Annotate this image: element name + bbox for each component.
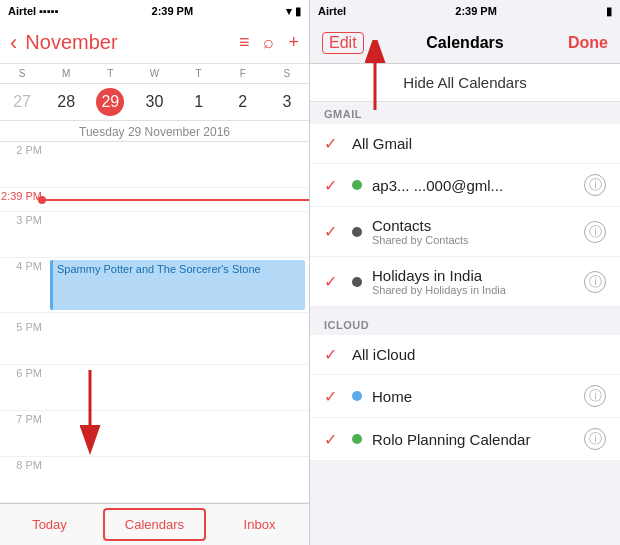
right-panel: Airtel 2:39 PM ▮ Edit Calendars Done Hid… — [310, 0, 620, 545]
left-time: 2:39 PM — [152, 5, 194, 17]
signal-icon: ▪▪▪▪▪ — [39, 5, 59, 17]
calendar-name-holidays: Holidays in India — [372, 267, 574, 284]
tab-inbox-label: Inbox — [244, 517, 276, 532]
day-label-wed: W — [132, 68, 176, 79]
page-wrapper: Airtel ▪▪▪▪▪ 2:39 PM ▾ ▮ ‹ November ≡ ⌕ … — [0, 0, 620, 545]
search-icon[interactable]: ⌕ — [263, 32, 274, 53]
tab-bar: Today Calendars Inbox — [0, 503, 309, 545]
dot-holidays — [352, 277, 362, 287]
add-event-icon[interactable]: + — [288, 32, 299, 53]
week-date-30[interactable]: 30 — [132, 88, 176, 116]
week-date-28[interactable]: 28 — [44, 88, 88, 116]
wifi-icon: ▾ — [286, 5, 292, 18]
right-carrier: Airtel — [318, 5, 346, 17]
tab-calendars-label: Calendars — [125, 517, 184, 532]
tab-today-label: Today — [32, 517, 67, 532]
icloud-section-header: ICLOUD — [310, 313, 620, 335]
checkmark-home: ✓ — [324, 387, 342, 406]
calendar-name-all-icloud: All iCloud — [352, 346, 606, 363]
slot-3pm: 3 PM — [0, 212, 309, 258]
right-status-bar: Airtel 2:39 PM ▮ — [310, 0, 620, 22]
slot-6pm: 6 PM — [0, 365, 309, 411]
checkmark-contacts: ✓ — [324, 222, 342, 241]
header-icons: ≡ ⌕ + — [239, 32, 299, 53]
info-button-email[interactable]: ⓘ — [584, 174, 606, 196]
time-slots-container: 2 PM 2:39 PM 3 PM 4 PM Spammy Potter and… — [0, 142, 309, 503]
event-title: Spammy Potter and The Sorcerer's Stone — [57, 263, 261, 275]
calendar-item-contacts[interactable]: ✓ Contacts Shared by Contacts ⓘ — [310, 207, 620, 257]
calendar-item-holidays[interactable]: ✓ Holidays in India Shared by Holidays i… — [310, 257, 620, 307]
time-5pm: 5 PM — [0, 319, 48, 333]
week-date-1[interactable]: 1 — [177, 88, 221, 116]
calendar-item-all-gmail[interactable]: ✓ All Gmail — [310, 124, 620, 164]
back-button[interactable]: ‹ — [10, 30, 17, 56]
tab-inbox[interactable]: Inbox — [210, 504, 309, 545]
right-time: 2:39 PM — [455, 5, 497, 17]
checkmark-all-gmail: ✓ — [324, 134, 342, 153]
event-spammy-potter[interactable]: Spammy Potter and The Sorcerer's Stone — [50, 260, 305, 310]
up-arrow-to-edit — [345, 40, 415, 120]
time-7pm: 7 PM — [0, 411, 48, 425]
dot-email — [352, 180, 362, 190]
week-day-labels: S M T W T F S — [0, 64, 309, 84]
week-dates-row: 27 28 29 30 1 2 3 — [0, 84, 309, 121]
slot-4pm: 4 PM Spammy Potter and The Sorcerer's St… — [0, 258, 309, 313]
week-date-2[interactable]: 2 — [221, 88, 265, 116]
calendar-item-email[interactable]: ✓ ap3... ...000@gml... ⓘ — [310, 164, 620, 207]
gmail-calendar-list: ✓ All Gmail ✓ ap3... ...000@gml... ⓘ ✓ C… — [310, 124, 620, 307]
checkmark-rolo: ✓ — [324, 430, 342, 449]
dot-home — [352, 391, 362, 401]
done-button[interactable]: Done — [568, 34, 608, 52]
day-label-mon: M — [44, 68, 88, 79]
left-status-left: Airtel ▪▪▪▪▪ — [8, 5, 59, 17]
current-time-indicator — [42, 199, 309, 201]
calendar-name-email: ap3... ...000@gml... — [372, 177, 574, 194]
time-3pm: 3 PM — [0, 212, 48, 226]
calendar-name-email-container: ap3... ...000@gml... — [372, 177, 574, 194]
time-8pm: 8 PM — [0, 457, 48, 471]
calendar-sub-contacts: Shared by Contacts — [372, 234, 574, 246]
carrier-label: Airtel — [8, 5, 36, 17]
right-battery: ▮ — [606, 5, 612, 18]
checkmark-holidays: ✓ — [324, 272, 342, 291]
dot-contacts — [352, 227, 362, 237]
tab-today[interactable]: Today — [0, 504, 99, 545]
calendar-item-rolo[interactable]: ✓ Rolo Planning Calendar ⓘ — [310, 418, 620, 461]
time-4pm: 4 PM — [0, 258, 48, 272]
calendars-title: Calendars — [426, 34, 503, 52]
current-time-dot — [38, 196, 46, 204]
slot-2pm: 2 PM — [0, 142, 309, 188]
calendar-item-all-icloud[interactable]: ✓ All iCloud — [310, 335, 620, 375]
list-view-icon[interactable]: ≡ — [239, 32, 250, 53]
checkmark-all-icloud: ✓ — [324, 345, 342, 364]
week-date-3[interactable]: 3 — [265, 88, 309, 116]
left-status-bar: Airtel ▪▪▪▪▪ 2:39 PM ▾ ▮ — [0, 0, 309, 22]
calendar-name-contacts-container: Contacts Shared by Contacts — [372, 217, 574, 246]
month-title: November — [25, 31, 231, 54]
week-date-29-today[interactable]: 29 — [96, 88, 124, 116]
day-label-sun: S — [0, 68, 44, 79]
day-label-fri: F — [221, 68, 265, 79]
time-2pm: 2 PM — [0, 142, 48, 156]
slot-239pm: 2:39 PM — [0, 188, 309, 212]
info-button-holidays[interactable]: ⓘ — [584, 271, 606, 293]
down-arrow-to-calendars — [60, 365, 140, 455]
icloud-calendar-list: ✓ All iCloud ✓ Home ⓘ ✓ Rolo Planning Ca… — [310, 335, 620, 461]
info-button-home[interactable]: ⓘ — [584, 385, 606, 407]
day-label-sat: S — [265, 68, 309, 79]
info-button-contacts[interactable]: ⓘ — [584, 221, 606, 243]
day-label-thu: T — [177, 68, 221, 79]
back-chevron-icon: ‹ — [10, 30, 17, 56]
slot-7pm: 7 PM — [0, 411, 309, 457]
selected-date-label: Tuesday 29 November 2016 — [0, 121, 309, 142]
calendar-name-home: Home — [372, 388, 574, 405]
calendar-name-all-gmail: All Gmail — [352, 135, 606, 152]
calendar-item-home[interactable]: ✓ Home ⓘ — [310, 375, 620, 418]
tab-calendars[interactable]: Calendars — [103, 508, 206, 541]
time-6pm: 6 PM — [0, 365, 48, 379]
week-date-27[interactable]: 27 — [0, 88, 44, 116]
calendar-name-holidays-container: Holidays in India Shared by Holidays in … — [372, 267, 574, 296]
info-button-rolo[interactable]: ⓘ — [584, 428, 606, 450]
battery-icon: ▮ — [295, 5, 301, 18]
calendar-sub-holidays: Shared by Holidays in India — [372, 284, 574, 296]
